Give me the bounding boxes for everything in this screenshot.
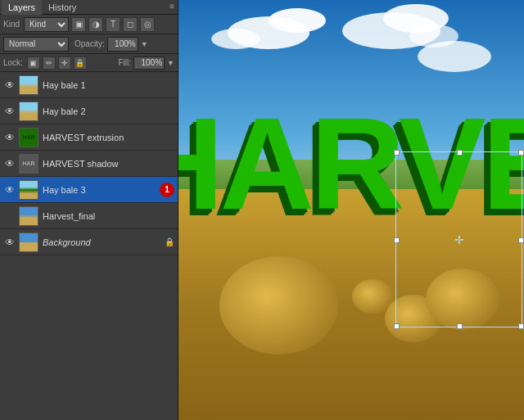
filter-adjustment-icon[interactable]: ◑ — [88, 17, 103, 32]
layer-name-harvest-extrusion: HARVEST extrusion — [43, 133, 174, 142]
handle-bot-mid[interactable] — [457, 323, 463, 329]
center-crosshair: ✛ — [454, 233, 464, 246]
lock-position-btn[interactable]: ✛ — [58, 56, 71, 70]
layers-panel: Layers History ≡ Kind Kind ▣ ◑ T ◻ ◎ Nor… — [0, 0, 178, 420]
layer-name-harvest-shadow: HARVEST shadow — [43, 159, 174, 169]
filter-shape-icon[interactable]: ◻ — [123, 17, 138, 32]
handle-top-left[interactable] — [394, 150, 400, 156]
eye-icon-hay-bale-1[interactable]: 👁 — [3, 79, 16, 92]
layer-badge-hay-bale-3: 1 — [160, 183, 174, 197]
layer-item-harvest-extrusion[interactable]: 👁HARHARVEST extrusion — [0, 124, 178, 151]
kind-filter-row: Kind Kind ▣ ◑ T ◻ ◎ — [0, 15, 178, 34]
layer-thumb-hay-bale-2 — [19, 102, 38, 121]
layer-name-hay-bale-1: Hay bale 1 — [43, 80, 174, 90]
layer-lock-background: 🔒 — [165, 237, 174, 246]
eye-icon-hay-bale-3[interactable]: 👁 — [3, 183, 16, 196]
lock-image-btn[interactable]: ✏ — [43, 56, 56, 70]
layer-name-harvest-final: Harvest_final — [43, 211, 174, 221]
opacity-arrow[interactable]: ▼ — [141, 40, 148, 48]
layer-item-background[interactable]: 👁Background🔒 — [0, 229, 178, 255]
fill-label: Fill: — [119, 58, 132, 67]
hay-bale-main — [219, 256, 338, 355]
canvas-area: HARVEST ✛ 1 — [178, 0, 524, 420]
layer-name-background: Background — [43, 237, 161, 247]
eye-icon-harvest-extrusion[interactable]: 👁 — [3, 131, 16, 144]
layer-item-hay-bale-2[interactable]: 👁Hay bale 2 — [0, 98, 178, 124]
layer-name-hay-bale-3: Hay bale 3 — [43, 185, 156, 195]
layers-list: 👁Hay bale 1👁Hay bale 2👁HARHARVEST extrus… — [0, 72, 178, 420]
tabs-row: Layers History ≡ — [0, 0, 178, 15]
layer-item-hay-bale-1[interactable]: 👁Hay bale 1 — [0, 72, 178, 98]
fill-arrow[interactable]: ▼ — [167, 59, 174, 67]
blend-mode-row: Normal Opacity: ▼ — [0, 34, 178, 54]
opacity-label: Opacity: — [75, 39, 105, 48]
handle-top-mid[interactable] — [457, 150, 463, 156]
layer-thumb-background — [19, 233, 38, 252]
panel-menu-icon[interactable]: ≡ — [169, 2, 174, 11]
lock-label: Lock: — [3, 58, 23, 67]
layer-thumb-hay-bale-1 — [19, 75, 38, 95]
filter-type-icon[interactable]: T — [106, 17, 120, 32]
layer-thumb-harvest-final — [19, 206, 38, 226]
transform-box: ✛ — [395, 151, 522, 327]
filter-pixel-icon[interactable]: ▣ — [71, 17, 86, 32]
lock-all-btn[interactable]: 🔒 — [74, 56, 87, 70]
layer-item-hay-bale-3[interactable]: 👁Hay bale 31 — [0, 177, 178, 203]
eye-icon-hay-bale-2[interactable]: 👁 — [3, 105, 16, 118]
layer-name-hay-bale-2: Hay bale 2 — [43, 106, 174, 116]
cloud-7 — [409, 25, 458, 47]
kind-select[interactable]: Kind — [24, 17, 69, 32]
layer-thumb-hay-bale-3 — [19, 180, 38, 200]
layer-item-harvest-final[interactable]: Harvest_final — [0, 203, 178, 229]
lock-transparent-btn[interactable]: ▣ — [27, 56, 40, 70]
kind-label: Kind — [3, 20, 20, 29]
fill-input[interactable] — [133, 56, 165, 70]
tab-layers[interactable]: Layers — [2, 0, 42, 15]
handle-bot-right[interactable] — [518, 323, 524, 329]
tab-history[interactable]: History — [42, 0, 83, 15]
cloud-2 — [269, 8, 326, 33]
handle-top-right[interactable] — [518, 150, 524, 156]
opacity-input[interactable] — [107, 37, 138, 52]
handle-mid-right[interactable] — [518, 237, 524, 243]
handle-mid-left[interactable] — [394, 237, 400, 243]
handle-bot-left[interactable] — [394, 323, 400, 329]
blend-mode-select[interactable]: Normal — [3, 37, 69, 52]
lock-row: Lock: ▣ ✏ ✛ 🔒 Fill: ▼ — [0, 54, 178, 72]
eye-icon-harvest-final[interactable] — [3, 210, 16, 223]
eye-icon-background[interactable]: 👁 — [3, 236, 16, 249]
filter-smart-icon[interactable]: ◎ — [140, 17, 155, 32]
layer-thumb-harvest-extrusion: HAR — [19, 128, 38, 147]
layer-item-harvest-shadow[interactable]: 👁HARHARVEST shadow — [0, 151, 178, 177]
layer-thumb-harvest-shadow: HAR — [19, 154, 38, 174]
eye-icon-harvest-shadow[interactable]: 👁 — [3, 157, 16, 170]
cloud-3 — [211, 29, 260, 49]
